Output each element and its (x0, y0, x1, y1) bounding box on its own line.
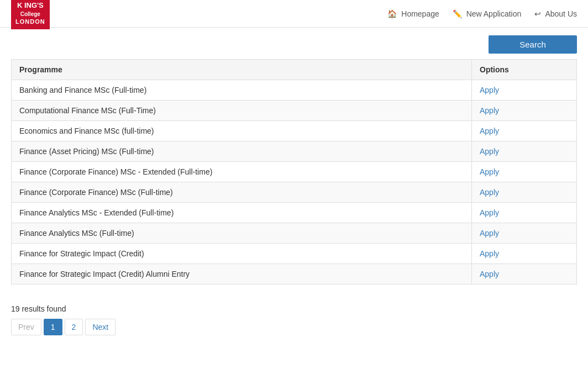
options-cell: Apply (472, 121, 577, 141)
options-cell: Apply (472, 182, 577, 203)
col-programme: Programme (12, 60, 472, 80)
programme-cell: Finance (Corporate Finance) MSc - Extend… (12, 162, 472, 182)
options-cell: Apply (472, 141, 577, 162)
header: K ING'S College LONDON 🏠 Homepage ✏️ New… (0, 0, 588, 28)
header-nav: 🏠 Homepage ✏️ New Application ↩ About Us (387, 9, 577, 18)
page-1-button[interactable]: 1 (44, 319, 62, 335)
apply-link[interactable]: Apply (480, 147, 499, 156)
options-cell: Apply (472, 162, 577, 182)
prev-button[interactable]: Prev (11, 319, 41, 335)
table-row: Finance (Asset Pricing) MSc (Full-time)A… (12, 141, 577, 162)
options-cell: Apply (472, 101, 577, 121)
programme-cell: Economics and Finance MSc (full-time) (12, 121, 472, 141)
options-cell: Apply (472, 223, 577, 244)
homepage-link[interactable]: 🏠 Homepage (387, 9, 439, 18)
apply-link[interactable]: Apply (480, 167, 499, 176)
search-button[interactable]: Search (489, 35, 577, 54)
col-options: Options (472, 60, 577, 80)
main-content: Programme Options Banking and Finance MS… (0, 59, 588, 296)
table-row: Computational Finance MSc (Full-Time)App… (12, 101, 577, 121)
options-cell: Apply (472, 264, 577, 285)
table-header-row: Programme Options (12, 60, 577, 80)
programme-cell: Finance (Corporate Finance) MSc (Full-ti… (12, 182, 472, 203)
home-icon: 🏠 (387, 9, 397, 18)
options-cell: Apply (472, 80, 577, 101)
page-2-button[interactable]: 2 (65, 319, 83, 335)
apply-link[interactable]: Apply (480, 106, 499, 115)
next-button[interactable]: Next (85, 319, 116, 335)
apply-link[interactable]: Apply (480, 208, 499, 217)
programme-cell: Finance Analytics MSc (Full-time) (12, 223, 472, 244)
apply-link[interactable]: Apply (480, 86, 499, 94)
search-area: Search (0, 28, 588, 59)
kcl-logo: K ING'S College LONDON (11, 0, 50, 29)
programme-cell: Computational Finance MSc (Full-Time) (12, 101, 472, 121)
about-link[interactable]: ↩ About Us (534, 9, 577, 18)
apply-link[interactable]: Apply (480, 229, 499, 238)
logo: K ING'S College LONDON (11, 0, 50, 29)
pagination: Prev 1 2 Next (11, 319, 577, 335)
apply-link[interactable]: Apply (480, 127, 499, 135)
table-row: Finance (Corporate Finance) MSc (Full-ti… (12, 182, 577, 203)
new-application-icon: ✏️ (453, 9, 462, 18)
table-row: Banking and Finance MSc (Full-time)Apply (12, 80, 577, 101)
results-count: 19 results found (11, 304, 577, 313)
apply-link[interactable]: Apply (480, 188, 499, 197)
table-row: Finance Analytics MSc - Extended (Full-t… (12, 203, 577, 223)
table-row: Finance for Strategic Impact (Credit) Al… (12, 264, 577, 285)
table-row: Finance (Corporate Finance) MSc - Extend… (12, 162, 577, 182)
table-row: Finance for Strategic Impact (Credit)App… (12, 244, 577, 264)
options-cell: Apply (472, 244, 577, 264)
results-table: Programme Options Banking and Finance MS… (11, 59, 577, 285)
programme-cell: Finance for Strategic Impact (Credit) (12, 244, 472, 264)
apply-link[interactable]: Apply (480, 249, 499, 258)
pagination-area: 19 results found Prev 1 2 Next (0, 296, 588, 335)
programme-cell: Banking and Finance MSc (Full-time) (12, 80, 472, 101)
table-row: Economics and Finance MSc (full-time)App… (12, 121, 577, 141)
programme-cell: Finance for Strategic Impact (Credit) Al… (12, 264, 472, 285)
table-row: Finance Analytics MSc (Full-time)Apply (12, 223, 577, 244)
programme-cell: Finance (Asset Pricing) MSc (Full-time) (12, 141, 472, 162)
programme-cell: Finance Analytics MSc - Extended (Full-t… (12, 203, 472, 223)
apply-link[interactable]: Apply (480, 270, 499, 278)
new-application-link[interactable]: ✏️ New Application (453, 9, 522, 18)
about-icon: ↩ (534, 9, 541, 18)
options-cell: Apply (472, 203, 577, 223)
